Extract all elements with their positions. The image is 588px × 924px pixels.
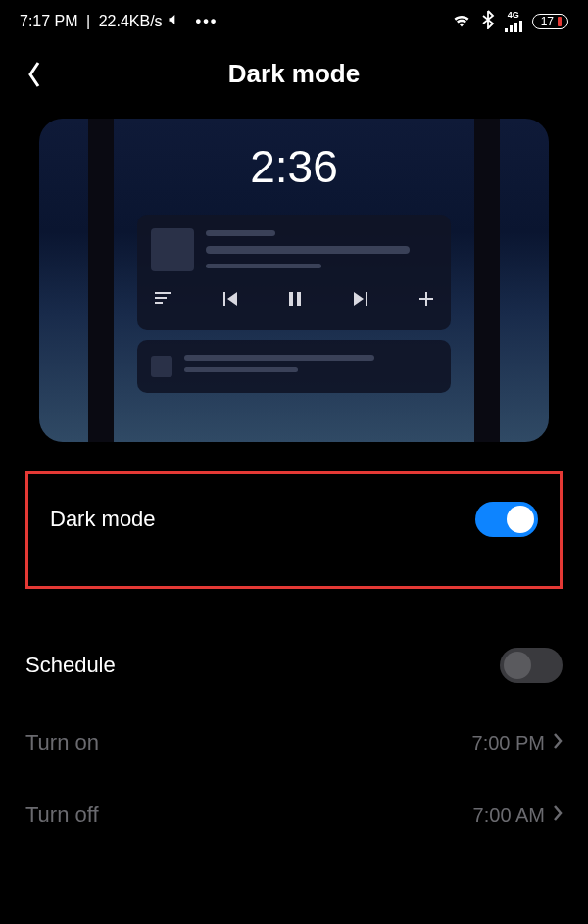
chevron-right-icon <box>553 732 563 754</box>
album-art-placeholder <box>151 228 194 271</box>
next-icon <box>354 292 368 310</box>
page-title: Dark mode <box>49 59 539 89</box>
svg-rect-1 <box>510 25 513 32</box>
pause-icon <box>289 292 301 310</box>
highlight-annotation: Dark mode <box>25 471 563 589</box>
svg-rect-7 <box>223 292 225 306</box>
setting-turn-on[interactable]: Turn on 7:00 PM <box>0 706 588 779</box>
cellular-icon: 4G <box>505 11 522 32</box>
battery-percent: 17 <box>541 15 554 28</box>
mute-icon <box>167 10 186 33</box>
turn-off-value: 7:00 AM <box>473 804 545 827</box>
plus-icon <box>419 292 433 310</box>
preview-notification <box>137 340 451 393</box>
more-dots-icon: ••• <box>196 13 219 30</box>
status-bar: 7:17 PM | 22.4KB/s ••• 4G 17 <box>0 0 588 39</box>
chevron-right-icon <box>553 804 563 826</box>
turn-off-label: Turn off <box>25 802 99 828</box>
status-right: 4G 17 <box>452 10 568 33</box>
back-button[interactable] <box>20 60 49 89</box>
setting-schedule[interactable]: Schedule <box>0 624 588 706</box>
status-left: 7:17 PM | 22.4KB/s ••• <box>20 10 218 33</box>
dark-mode-label: Dark mode <box>50 507 156 532</box>
setting-turn-off[interactable]: Turn off 7:00 AM <box>0 779 588 851</box>
turn-on-label: Turn on <box>25 730 99 755</box>
setting-dark-mode[interactable]: Dark mode <box>46 492 542 547</box>
svg-rect-5 <box>155 297 167 299</box>
svg-rect-6 <box>155 302 163 304</box>
svg-rect-12 <box>366 292 368 306</box>
previous-icon <box>223 292 237 310</box>
bluetooth-icon <box>481 10 495 33</box>
svg-rect-9 <box>289 292 293 306</box>
svg-rect-10 <box>297 292 301 306</box>
svg-rect-3 <box>519 21 522 32</box>
schedule-toggle[interactable] <box>500 648 563 683</box>
svg-rect-0 <box>505 28 508 32</box>
svg-marker-11 <box>354 292 364 306</box>
schedule-label: Schedule <box>25 653 116 678</box>
preview-media-widget <box>137 215 451 330</box>
dark-mode-toggle[interactable] <box>475 502 538 537</box>
wifi-icon <box>452 12 471 31</box>
title-bar: Dark mode <box>0 39 588 119</box>
svg-rect-2 <box>514 23 517 32</box>
status-time: 7:17 PM <box>20 13 78 30</box>
turn-on-value: 7:00 PM <box>472 732 545 754</box>
playlist-icon <box>155 292 171 310</box>
svg-marker-8 <box>227 292 237 306</box>
preview-clock: 2:36 <box>250 140 338 193</box>
battery-icon: 17 <box>532 14 568 29</box>
status-speed: 22.4KB/s <box>99 13 163 30</box>
theme-preview: 2:36 <box>39 119 549 442</box>
svg-rect-4 <box>155 292 171 294</box>
